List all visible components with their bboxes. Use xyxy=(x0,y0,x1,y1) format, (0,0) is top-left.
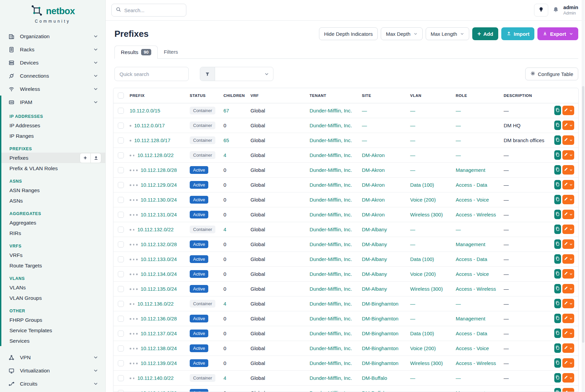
prefix-link[interactable]: 10.112.140.0/28 xyxy=(141,390,177,392)
prefix-link[interactable]: 10.112.136.0/28 xyxy=(141,316,177,321)
site-link[interactable]: DM-Akron xyxy=(362,167,385,173)
prefix-link[interactable]: 10.112.136.0/22 xyxy=(137,301,174,307)
vlan-link[interactable]: — xyxy=(410,301,415,307)
tenant-link[interactable]: Dunder-Mifflin, Inc. xyxy=(310,123,352,128)
copy-button[interactable] xyxy=(554,343,561,353)
vlan-link[interactable]: — xyxy=(410,375,415,381)
column-header[interactable]: DESCRIPTION xyxy=(501,88,552,103)
children-link[interactable]: 0 xyxy=(223,241,226,247)
tenant-link[interactable]: Dunder-Mifflin, Inc. xyxy=(310,375,352,381)
edit-button[interactable] xyxy=(562,254,574,264)
row-checkbox[interactable] xyxy=(118,331,124,337)
children-link[interactable]: 4 xyxy=(223,152,226,158)
copy-button[interactable] xyxy=(554,106,561,115)
children-link[interactable]: 0 xyxy=(223,167,226,173)
copy-button[interactable] xyxy=(554,373,561,383)
vlan-link[interactable]: Data (100) xyxy=(410,256,434,262)
sidebar-item-prefix-vlan-roles[interactable]: Prefix & VLAN Roles xyxy=(1,163,105,174)
copy-button[interactable] xyxy=(554,150,561,160)
sidebar-item-devices[interactable]: Devices xyxy=(0,56,105,69)
vlan-link[interactable]: — xyxy=(410,241,415,247)
site-link[interactable]: DM-Binghamton xyxy=(362,316,398,321)
row-checkbox[interactable] xyxy=(118,286,124,292)
prefix-link[interactable]: 10.112.137.0/24 xyxy=(141,331,177,336)
column-header[interactable]: VRF xyxy=(248,88,307,103)
vlan-link[interactable]: Data (100) xyxy=(410,331,434,336)
role-link[interactable]: — xyxy=(456,227,461,232)
tab-results[interactable]: Results 90 xyxy=(114,46,158,59)
tenant-link[interactable]: Dunder-Mifflin, Inc. xyxy=(310,152,352,158)
edit-button[interactable] xyxy=(562,135,574,145)
sidebar-item-asns[interactable]: ASNs xyxy=(1,195,105,206)
prefix-link[interactable]: 10.112.133.0/24 xyxy=(141,256,177,262)
edit-button[interactable] xyxy=(562,284,574,293)
copy-button[interactable] xyxy=(554,299,561,308)
column-header[interactable]: PREFIX xyxy=(127,88,187,103)
sidebar-item-services[interactable]: Services xyxy=(1,336,105,346)
prefix-link[interactable]: 10.112.128.0/28 xyxy=(141,167,177,173)
children-link[interactable]: 0 xyxy=(223,182,226,188)
add-button[interactable]: + Add xyxy=(472,27,498,40)
role-link[interactable]: Access - Voice xyxy=(456,271,489,277)
vlan-link[interactable]: — xyxy=(410,152,415,158)
max-length-dropdown[interactable]: Max Length xyxy=(426,27,469,40)
max-depth-dropdown[interactable]: Max Depth xyxy=(381,27,423,40)
sidebar-item-ipam[interactable]: IPAM xyxy=(1,96,105,109)
row-checkbox[interactable] xyxy=(118,241,124,247)
column-header[interactable]: SITE xyxy=(359,88,407,103)
saved-filter-select[interactable] xyxy=(200,67,273,81)
children-link[interactable]: 0 xyxy=(223,390,226,392)
sidebar-item-vpn[interactable]: VPN xyxy=(0,351,105,364)
site-link[interactable]: — xyxy=(362,137,367,143)
role-link[interactable]: Management xyxy=(456,241,485,247)
role-link[interactable]: — xyxy=(456,375,461,381)
site-link[interactable]: DM-Akron xyxy=(362,152,385,158)
edit-button[interactable] xyxy=(562,329,574,338)
children-link[interactable]: 0 xyxy=(223,271,226,277)
copy-button[interactable] xyxy=(554,180,561,189)
copy-button[interactable] xyxy=(554,121,561,130)
site-link[interactable]: DM-Buffalo xyxy=(362,375,387,381)
sidebar-item-prefixes[interactable]: Prefixes xyxy=(1,153,105,163)
prefix-link[interactable]: 10.112.132.0/28 xyxy=(141,241,177,247)
copy-button[interactable] xyxy=(554,135,561,145)
copy-button[interactable] xyxy=(554,284,561,293)
theme-toggle-button[interactable] xyxy=(534,4,548,17)
row-checkbox[interactable] xyxy=(118,375,124,381)
children-link[interactable]: 0 xyxy=(223,256,226,262)
sidebar-item-racks[interactable]: Racks xyxy=(0,43,105,56)
children-link[interactable]: 4 xyxy=(223,301,226,307)
role-link[interactable]: Access - Data xyxy=(456,331,487,336)
children-link[interactable]: 0 xyxy=(223,331,226,336)
copy-button[interactable] xyxy=(554,165,561,175)
prefix-link[interactable]: 10.112.139.0/24 xyxy=(141,360,177,366)
site-link[interactable]: DM-Binghamton xyxy=(362,360,398,366)
row-checkbox[interactable] xyxy=(118,152,124,158)
vlan-link[interactable]: Data (100) xyxy=(410,182,434,188)
prefix-link[interactable]: 10.112.0.0/17 xyxy=(134,123,165,128)
role-link[interactable]: Management xyxy=(456,167,485,173)
tab-filters[interactable]: Filters xyxy=(158,46,184,58)
sidebar-item-circuits[interactable]: Circuits xyxy=(0,377,105,390)
role-link[interactable]: Access - Wireless xyxy=(456,286,496,292)
prefix-link[interactable]: 10.112.131.0/24 xyxy=(141,212,177,217)
edit-button[interactable] xyxy=(562,239,574,249)
sidebar-item-ip-addresses[interactable]: IP Addresses xyxy=(1,120,105,131)
site-link[interactable]: — xyxy=(362,123,367,128)
sidebar-item-asn-ranges[interactable]: ASN Ranges xyxy=(1,185,105,195)
sidebar-item-fhrp-groups[interactable]: FHRP Groups xyxy=(1,315,105,325)
children-link[interactable]: 0 xyxy=(223,212,226,217)
row-checkbox[interactable] xyxy=(118,227,124,233)
children-link[interactable]: 0 xyxy=(223,345,226,351)
add-prefix-button[interactable] xyxy=(80,153,90,163)
row-checkbox[interactable] xyxy=(118,345,124,351)
vlan-link[interactable]: — xyxy=(410,108,415,113)
edit-button[interactable] xyxy=(562,150,574,160)
children-link[interactable]: 65 xyxy=(223,137,229,143)
vlan-link[interactable]: — xyxy=(410,137,415,143)
site-link[interactable]: DM-Binghamton xyxy=(362,345,398,351)
sidebar-item-ip-ranges[interactable]: IP Ranges xyxy=(1,131,105,141)
vlan-link[interactable]: — xyxy=(410,167,415,173)
tenant-link[interactable]: Dunder-Mifflin, Inc. xyxy=(310,301,352,307)
tenant-link[interactable]: Dunder-Mifflin, Inc. xyxy=(310,390,352,392)
